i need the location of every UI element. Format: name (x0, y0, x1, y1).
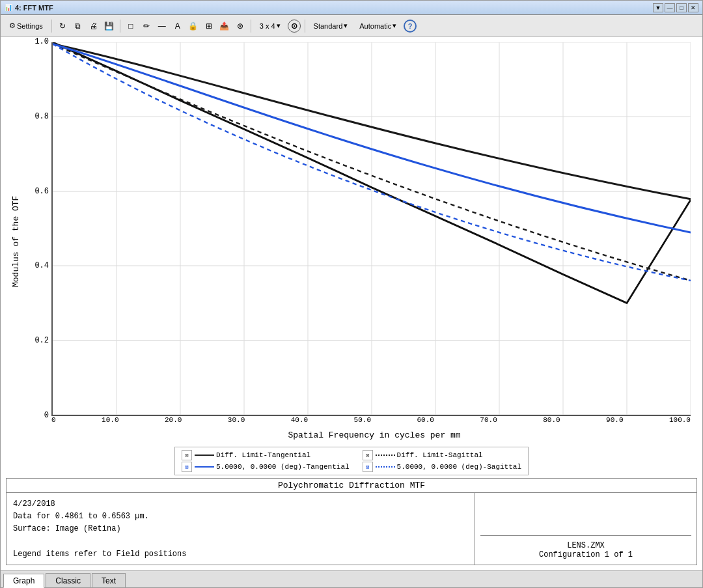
grid-select-icon[interactable]: ⊞ (202, 20, 215, 33)
legend-label-field-tangential: 5.0000, 0.0000 (deg)-Tangential (216, 463, 350, 471)
info-wavelength: Data for 0.4861 to 0.6563 µm. (13, 511, 468, 523)
close-button[interactable]: ✕ (688, 3, 698, 12)
x-tick-100: 100.0 (669, 416, 691, 424)
x-tick-10: 10.0 (102, 416, 118, 424)
tab-classic[interactable]: Classic (46, 573, 90, 587)
chart-container: Modulus of the OTF 1.0 0.8 0.6 0.4 0.2 0 (6, 42, 697, 440)
legend-box: ⊠ Diff. Limit-Tangential ⊠ Diff. Limit-S… (174, 447, 529, 475)
legend-label-field-sagittal: 5.0000, 0.0000 (deg)-Sagittal (397, 463, 521, 471)
maximize-button[interactable]: □ (676, 3, 687, 12)
window-icon: 📊 (5, 4, 12, 11)
y-tick-2: 0.8 (34, 112, 49, 121)
copy-icon[interactable]: ⧉ (72, 20, 85, 33)
automatic-chevron-icon: ▾ (393, 21, 396, 30)
legend-icon-diff-tangential: ⊠ (182, 450, 192, 460)
y-tick-4: 0.4 (34, 261, 49, 270)
info-right: LENS.ZMX Configuration 1 of 1 (475, 493, 696, 565)
grid-dropdown[interactable]: 3 x 4 ▾ (255, 18, 285, 34)
y-tick-6: 0 (44, 411, 49, 420)
separator-3 (251, 20, 251, 33)
refresh-icon[interactable]: ↻ (56, 20, 69, 33)
pencil-icon[interactable]: ✏ (140, 20, 153, 33)
legend-line-field-sagittal (376, 466, 395, 468)
rect-icon[interactable]: □ (124, 20, 137, 33)
x-tick-30: 30.0 (228, 416, 245, 424)
chart-svg (53, 42, 691, 415)
legend-icon-diff-sagittal: ⊠ (363, 450, 373, 460)
x-tick-20: 20.0 (165, 416, 182, 424)
standard-chevron-icon: ▾ (344, 21, 348, 30)
tab-text[interactable]: Text (92, 573, 126, 587)
x-tick-90: 90.0 (606, 416, 623, 424)
legend-label-diff-sagittal: Diff. Limit-Sagittal (397, 451, 483, 459)
legend-line-field-tangential (195, 466, 214, 468)
x-tick-60: 60.0 (417, 416, 434, 424)
x-tick-70: 70.0 (480, 416, 497, 424)
lock-icon[interactable]: 🔒 (187, 20, 200, 33)
print-icon[interactable]: 🖨 (87, 20, 100, 33)
x-axis-ticks: 0 10.0 20.0 30.0 40.0 50.0 60.0 70.0 80.… (51, 416, 691, 429)
info-surface: Surface: Image (Retina) (13, 523, 468, 535)
x-tick-40: 40.0 (291, 416, 308, 424)
legend-label-diff-tangential: Diff. Limit-Tangential (216, 451, 310, 459)
info-left: 4/23/2018 Data for 0.4861 to 0.6563 µm. … (7, 493, 475, 565)
minimize-button[interactable]: — (665, 3, 675, 12)
y-tick-3: 0.6 (34, 187, 49, 196)
x-tick-50: 50.0 (354, 416, 371, 424)
chart-inner: 1.0 0.8 0.6 0.4 0.2 0 (25, 42, 697, 440)
info-body: 4/23/2018 Data for 0.4861 to 0.6563 µm. … (7, 493, 696, 565)
info-section: Polychromatic Diffraction MTF 4/23/2018 … (6, 478, 697, 565)
legend-item-diff-sagittal: ⊠ Diff. Limit-Sagittal (363, 450, 521, 460)
chart-plot-wrapper: 1.0 0.8 0.6 0.4 0.2 0 (25, 42, 697, 429)
legend-icon-field-sagittal: ⊠ (363, 462, 373, 472)
automatic-dropdown[interactable]: Automatic ▾ (355, 18, 401, 34)
grid-chevron-icon: ▾ (277, 21, 281, 30)
chart-area: Modulus of the OTF 1.0 0.8 0.6 0.4 0.2 0 (6, 42, 697, 478)
main-content: Modulus of the OTF 1.0 0.8 0.6 0.4 0.2 0 (1, 37, 702, 570)
chart-plot (51, 42, 691, 416)
legend-area: ⊠ Diff. Limit-Tangential ⊠ Diff. Limit-S… (6, 440, 697, 478)
settings-icon: ⚙ (9, 21, 16, 30)
info-title: Polychromatic Diffraction MTF (7, 479, 696, 493)
separator-4 (305, 20, 305, 33)
info-config: Configuration 1 of 1 (480, 550, 691, 559)
legend-icon-field-tangential: ⊠ (182, 462, 192, 472)
main-window: 📊 4: FFT MTF ▼ — □ ✕ ⚙ Settings ↻ ⧉ 🖨 💾 … (0, 0, 703, 588)
y-tick-1: 1.0 (34, 37, 49, 46)
info-date: 4/23/2018 (13, 498, 468, 511)
title-bar-right: ▼ — □ ✕ (653, 3, 698, 12)
info-legend-note: Legend items refer to Field positions (13, 548, 468, 561)
layers-icon[interactable]: ⊛ (234, 20, 247, 33)
info-spacer (13, 536, 468, 548)
legend-line-diff-tangential (195, 455, 214, 456)
y-axis-label: Modulus of the OTF (6, 42, 25, 440)
legend-line-diff-sagittal (376, 455, 395, 456)
x-tick-0: 0 (51, 416, 56, 424)
window-title: 4: FFT MTF (15, 4, 53, 12)
y-axis-ticks: 1.0 0.8 0.6 0.4 0.2 0 (25, 42, 51, 416)
x-tick-80: 80.0 (543, 416, 560, 424)
title-bar-left: 📊 4: FFT MTF (5, 4, 53, 12)
separator-2 (120, 20, 120, 33)
settings-button[interactable]: ⚙ Settings (5, 18, 48, 34)
info-filename: LENS.ZMX (480, 541, 691, 550)
x-axis-label: Spatial Frequency in cycles per mm (51, 430, 697, 440)
legend-item-diff-tangential: ⊠ Diff. Limit-Tangential (182, 450, 350, 460)
tabs-bar: Graph Classic Text (1, 570, 702, 587)
toolbar: ⚙ Settings ↻ ⧉ 🖨 💾 □ ✏ — A 🔒 ⊞ 📤 ⊛ 3 x 4… (1, 15, 702, 37)
info-icon[interactable]: ⊙ (288, 20, 301, 33)
y-tick-5: 0.2 (34, 336, 49, 345)
tab-graph[interactable]: Graph (3, 574, 44, 588)
info-right-bottom: LENS.ZMX Configuration 1 of 1 (480, 535, 691, 559)
line-icon[interactable]: — (156, 20, 169, 33)
standard-dropdown[interactable]: Standard ▾ (309, 18, 353, 34)
title-bar: 📊 4: FFT MTF ▼ — □ ✕ (1, 1, 702, 15)
help-icon[interactable]: ? (404, 20, 417, 33)
separator-1 (51, 20, 52, 33)
legend-item-field-sagittal: ⊠ 5.0000, 0.0000 (deg)-Sagittal (363, 462, 521, 472)
text-icon[interactable]: A (171, 20, 184, 33)
legend-item-field-tangential: ⊠ 5.0000, 0.0000 (deg)-Tangential (182, 462, 350, 472)
save-icon[interactable]: 💾 (103, 20, 116, 33)
pin-button[interactable]: ▼ (653, 3, 663, 12)
export-icon[interactable]: 📤 (218, 20, 231, 33)
